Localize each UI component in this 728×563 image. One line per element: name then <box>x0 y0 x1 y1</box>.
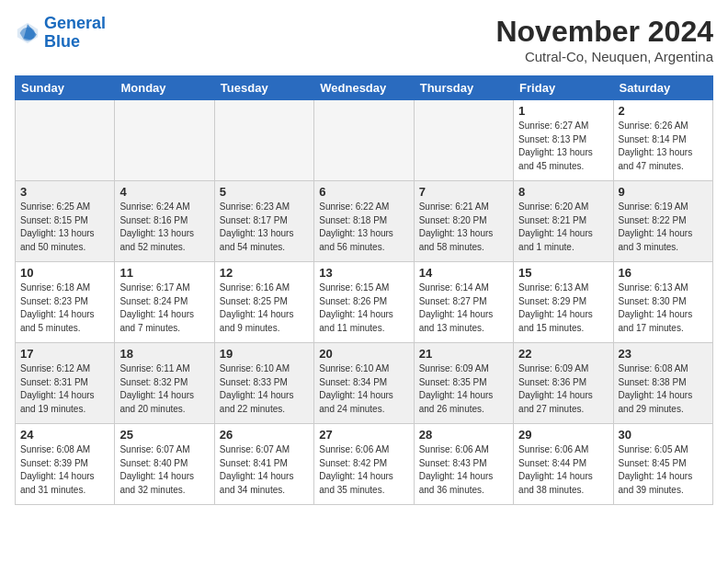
weekday-header-sunday: Sunday <box>16 76 115 100</box>
day-number: 21 <box>419 347 508 361</box>
calendar-cell: 11Sunrise: 6:17 AM Sunset: 8:24 PM Dayli… <box>115 262 214 343</box>
calendar-cell: 23Sunrise: 6:08 AM Sunset: 8:38 PM Dayli… <box>613 343 712 424</box>
calendar-cell: 24Sunrise: 6:08 AM Sunset: 8:39 PM Dayli… <box>16 424 115 505</box>
day-info: Sunrise: 6:20 AM Sunset: 8:21 PM Dayligh… <box>518 201 608 254</box>
week-row-2: 3Sunrise: 6:25 AM Sunset: 8:15 PM Daylig… <box>16 181 713 262</box>
day-info: Sunrise: 6:22 AM Sunset: 8:18 PM Dayligh… <box>319 201 408 254</box>
day-info: Sunrise: 6:06 AM Sunset: 8:42 PM Dayligh… <box>319 443 408 497</box>
calendar-cell: 25Sunrise: 6:07 AM Sunset: 8:40 PM Dayli… <box>115 424 214 505</box>
day-info: Sunrise: 6:07 AM Sunset: 8:40 PM Dayligh… <box>119 443 209 497</box>
calendar-cell: 16Sunrise: 6:13 AM Sunset: 8:30 PM Dayli… <box>613 262 712 343</box>
calendar-cell: 26Sunrise: 6:07 AM Sunset: 8:41 PM Dayli… <box>214 424 313 505</box>
calendar-cell: 14Sunrise: 6:14 AM Sunset: 8:27 PM Dayli… <box>414 262 513 343</box>
day-info: Sunrise: 6:23 AM Sunset: 8:17 PM Dayligh… <box>220 201 309 254</box>
calendar-cell: 30Sunrise: 6:05 AM Sunset: 8:45 PM Dayli… <box>613 424 712 505</box>
calendar-cell: 27Sunrise: 6:06 AM Sunset: 8:42 PM Dayli… <box>314 424 414 505</box>
calendar-cell: 1Sunrise: 6:27 AM Sunset: 8:13 PM Daylig… <box>514 100 613 181</box>
day-info: Sunrise: 6:25 AM Sunset: 8:15 PM Dayligh… <box>20 201 109 254</box>
day-info: Sunrise: 6:24 AM Sunset: 8:16 PM Dayligh… <box>119 201 209 254</box>
day-info: Sunrise: 6:08 AM Sunset: 8:39 PM Dayligh… <box>20 443 109 497</box>
day-info: Sunrise: 6:13 AM Sunset: 8:29 PM Dayligh… <box>518 282 608 335</box>
day-number: 29 <box>518 428 608 442</box>
day-info: Sunrise: 6:15 AM Sunset: 8:26 PM Dayligh… <box>319 282 408 335</box>
day-info: Sunrise: 6:07 AM Sunset: 8:41 PM Dayligh… <box>220 443 309 497</box>
calendar-table: SundayMondayTuesdayWednesdayThursdayFrid… <box>15 75 713 505</box>
day-number: 30 <box>619 428 708 442</box>
calendar-cell: 18Sunrise: 6:11 AM Sunset: 8:32 PM Dayli… <box>115 343 214 424</box>
weekday-header-thursday: Thursday <box>414 76 513 100</box>
logo-line2: Blue <box>44 32 80 51</box>
calendar-cell: 9Sunrise: 6:19 AM Sunset: 8:22 PM Daylig… <box>613 181 712 262</box>
day-info: Sunrise: 6:05 AM Sunset: 8:45 PM Dayligh… <box>619 443 708 497</box>
week-row-5: 24Sunrise: 6:08 AM Sunset: 8:39 PM Dayli… <box>16 424 713 505</box>
weekday-header-tuesday: Tuesday <box>214 76 313 100</box>
weekday-header-row: SundayMondayTuesdayWednesdayThursdayFrid… <box>16 76 713 100</box>
day-info: Sunrise: 6:10 AM Sunset: 8:34 PM Dayligh… <box>319 362 408 416</box>
day-number: 24 <box>20 428 109 442</box>
day-number: 17 <box>20 347 109 361</box>
day-info: Sunrise: 6:09 AM Sunset: 8:35 PM Dayligh… <box>419 362 508 416</box>
day-info: Sunrise: 6:27 AM Sunset: 8:13 PM Dayligh… <box>518 120 608 173</box>
day-info: Sunrise: 6:06 AM Sunset: 8:43 PM Dayligh… <box>419 443 508 497</box>
calendar-cell: 8Sunrise: 6:20 AM Sunset: 8:21 PM Daylig… <box>514 181 613 262</box>
day-number: 20 <box>319 347 408 361</box>
day-number: 11 <box>119 266 209 280</box>
calendar-cell: 20Sunrise: 6:10 AM Sunset: 8:34 PM Dayli… <box>314 343 414 424</box>
day-number: 15 <box>518 266 608 280</box>
calendar-cell <box>414 100 513 181</box>
calendar-cell: 19Sunrise: 6:10 AM Sunset: 8:33 PM Dayli… <box>214 343 313 424</box>
logo: General Blue <box>15 15 106 52</box>
calendar-cell: 6Sunrise: 6:22 AM Sunset: 8:18 PM Daylig… <box>314 181 414 262</box>
calendar-cell: 3Sunrise: 6:25 AM Sunset: 8:15 PM Daylig… <box>16 181 115 262</box>
day-number: 22 <box>518 347 608 361</box>
day-info: Sunrise: 6:08 AM Sunset: 8:38 PM Dayligh… <box>619 362 708 416</box>
day-number: 26 <box>220 428 309 442</box>
day-info: Sunrise: 6:14 AM Sunset: 8:27 PM Dayligh… <box>419 282 508 335</box>
day-info: Sunrise: 6:12 AM Sunset: 8:31 PM Dayligh… <box>20 362 109 416</box>
logo-icon <box>15 20 40 46</box>
day-number: 1 <box>518 104 608 118</box>
day-info: Sunrise: 6:16 AM Sunset: 8:25 PM Dayligh… <box>220 282 309 335</box>
day-info: Sunrise: 6:10 AM Sunset: 8:33 PM Dayligh… <box>220 362 309 416</box>
day-number: 6 <box>319 185 408 199</box>
day-number: 18 <box>119 347 209 361</box>
day-info: Sunrise: 6:09 AM Sunset: 8:36 PM Dayligh… <box>518 362 608 416</box>
day-number: 28 <box>419 428 508 442</box>
day-number: 23 <box>619 347 708 361</box>
calendar-cell: 2Sunrise: 6:26 AM Sunset: 8:14 PM Daylig… <box>613 100 712 181</box>
day-number: 19 <box>220 347 309 361</box>
day-info: Sunrise: 6:18 AM Sunset: 8:23 PM Dayligh… <box>20 282 109 335</box>
day-number: 4 <box>119 185 209 199</box>
week-row-4: 17Sunrise: 6:12 AM Sunset: 8:31 PM Dayli… <box>16 343 713 424</box>
calendar-cell: 7Sunrise: 6:21 AM Sunset: 8:20 PM Daylig… <box>414 181 513 262</box>
calendar-cell <box>115 100 214 181</box>
calendar-cell: 12Sunrise: 6:16 AM Sunset: 8:25 PM Dayli… <box>214 262 313 343</box>
day-number: 27 <box>319 428 408 442</box>
calendar-cell <box>314 100 414 181</box>
day-info: Sunrise: 6:21 AM Sunset: 8:20 PM Dayligh… <box>419 201 508 254</box>
day-number: 12 <box>220 266 309 280</box>
location-subtitle: Cutral-Co, Neuquen, Argentina <box>495 49 713 64</box>
day-number: 2 <box>619 104 708 118</box>
day-info: Sunrise: 6:13 AM Sunset: 8:30 PM Dayligh… <box>619 282 708 335</box>
calendar-cell <box>16 100 115 181</box>
calendar-cell: 5Sunrise: 6:23 AM Sunset: 8:17 PM Daylig… <box>214 181 313 262</box>
weekday-header-wednesday: Wednesday <box>314 76 414 100</box>
calendar-cell: 28Sunrise: 6:06 AM Sunset: 8:43 PM Dayli… <box>414 424 513 505</box>
day-info: Sunrise: 6:06 AM Sunset: 8:44 PM Dayligh… <box>518 443 608 497</box>
logo-line1: General <box>44 14 106 32</box>
day-number: 14 <box>419 266 508 280</box>
calendar-cell: 21Sunrise: 6:09 AM Sunset: 8:35 PM Dayli… <box>414 343 513 424</box>
day-number: 8 <box>518 185 608 199</box>
month-title: November 2024 <box>495 15 713 49</box>
logo-text: General Blue <box>44 15 106 52</box>
calendar-cell: 22Sunrise: 6:09 AM Sunset: 8:36 PM Dayli… <box>514 343 613 424</box>
page-header: General Blue November 2024 Cutral-Co, Ne… <box>15 15 713 64</box>
calendar-cell: 4Sunrise: 6:24 AM Sunset: 8:16 PM Daylig… <box>115 181 214 262</box>
day-number: 9 <box>619 185 708 199</box>
day-info: Sunrise: 6:17 AM Sunset: 8:24 PM Dayligh… <box>119 282 209 335</box>
day-number: 13 <box>319 266 408 280</box>
weekday-header-monday: Monday <box>115 76 214 100</box>
day-number: 10 <box>20 266 109 280</box>
calendar-cell: 13Sunrise: 6:15 AM Sunset: 8:26 PM Dayli… <box>314 262 414 343</box>
